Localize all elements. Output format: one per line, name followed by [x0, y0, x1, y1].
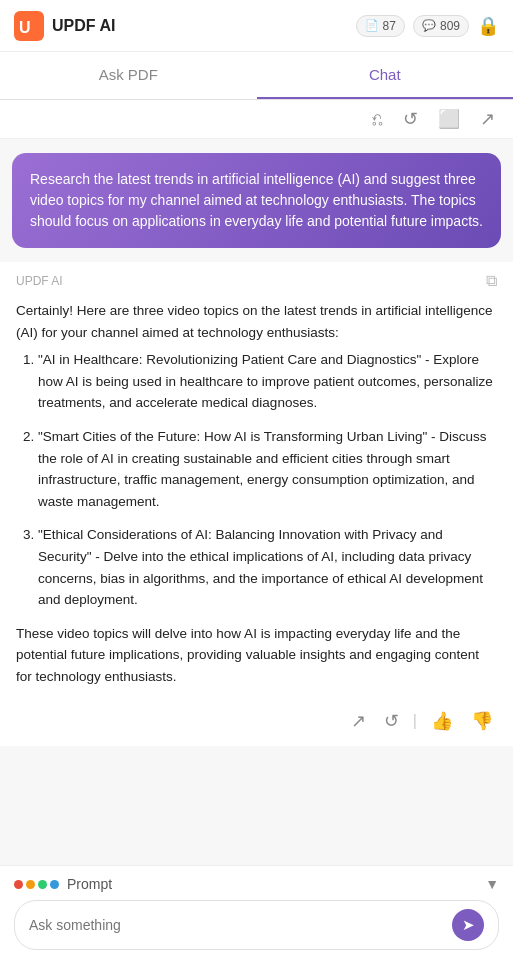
pdf-badge[interactable]: 📄 87 — [356, 15, 405, 37]
ai-label-row: UPDF AI ⧉ — [0, 262, 513, 294]
dislike-action-btn[interactable]: 👎 — [467, 708, 497, 734]
pdf-icon: 📄 — [365, 19, 379, 32]
action-row: ↗ ↺ | 👍 👎 — [0, 702, 513, 746]
app-header: U UPDF AI 📄 87 💬 809 🔒 — [0, 0, 513, 52]
chat-count: 809 — [440, 19, 460, 33]
chat-badge[interactable]: 💬 809 — [413, 15, 469, 37]
header-right: 📄 87 💬 809 🔒 — [356, 15, 499, 37]
ai-label: UPDF AI — [16, 274, 63, 288]
send-icon: ➤ — [462, 916, 475, 934]
dot-yellow — [26, 880, 35, 889]
tab-bar: Ask PDF Chat — [0, 52, 513, 100]
logo-area: U UPDF AI — [14, 11, 115, 41]
svg-text:U: U — [19, 19, 31, 36]
ai-response-content: Certainly! Here are three video topics o… — [0, 294, 513, 702]
dot-green — [38, 880, 47, 889]
toolbar-undo-btn[interactable]: ⎌ — [368, 106, 387, 132]
dot-red — [14, 880, 23, 889]
chat-icon: 💬 — [422, 19, 436, 32]
tab-chat[interactable]: Chat — [257, 52, 514, 99]
ai-response-item-2: "Smart Cities of the Future: How AI is T… — [38, 426, 497, 512]
prompt-dots — [14, 880, 59, 889]
toolbar-row: ⎌ ↺ ⬜ ↗ — [0, 100, 513, 139]
ai-intro-text: Certainly! Here are three video topics o… — [16, 303, 493, 340]
ai-response-item-1: "AI in Healthcare: Revolutionizing Patie… — [38, 349, 497, 414]
pdf-count: 87 — [383, 19, 396, 33]
ai-response-item-3: "Ethical Considerations of AI: Balancing… — [38, 524, 497, 610]
send-button[interactable]: ➤ — [452, 909, 484, 941]
ai-outro-text: These video topics will delve into how A… — [16, 623, 497, 688]
prompt-header: Prompt ▼ — [14, 876, 499, 892]
refresh-action-btn[interactable]: ↺ — [380, 708, 403, 734]
lock-icon[interactable]: 🔒 — [477, 15, 499, 37]
updf-logo-icon: U — [14, 11, 44, 41]
ai-response-wrapper: UPDF AI ⧉ Certainly! Here are three vide… — [0, 262, 513, 746]
chat-area: Research the latest trends in artificial… — [0, 139, 513, 865]
toolbar-share-btn[interactable]: ↗ — [476, 106, 499, 132]
like-action-btn[interactable]: 👍 — [427, 708, 457, 734]
user-message-text: Research the latest trends in artificial… — [30, 171, 483, 229]
user-message-bubble: Research the latest trends in artificial… — [12, 153, 501, 248]
toolbar-expand-btn[interactable]: ⬜ — [434, 106, 464, 132]
tab-ask-pdf[interactable]: Ask PDF — [0, 52, 257, 99]
chevron-down-icon[interactable]: ▼ — [485, 876, 499, 892]
share-action-btn[interactable]: ↗ — [347, 708, 370, 734]
ask-input[interactable] — [29, 917, 452, 933]
logo-text: UPDF AI — [52, 17, 115, 35]
action-divider: | — [413, 712, 417, 730]
toolbar-refresh-btn[interactable]: ↺ — [399, 106, 422, 132]
prompt-left: Prompt — [14, 876, 112, 892]
prompt-label: Prompt — [67, 876, 112, 892]
ai-response-list: "AI in Healthcare: Revolutionizing Patie… — [16, 349, 497, 611]
prompt-bar: Prompt ▼ ➤ — [0, 865, 513, 956]
copy-icon[interactable]: ⧉ — [486, 272, 497, 290]
input-row: ➤ — [14, 900, 499, 950]
dot-blue — [50, 880, 59, 889]
